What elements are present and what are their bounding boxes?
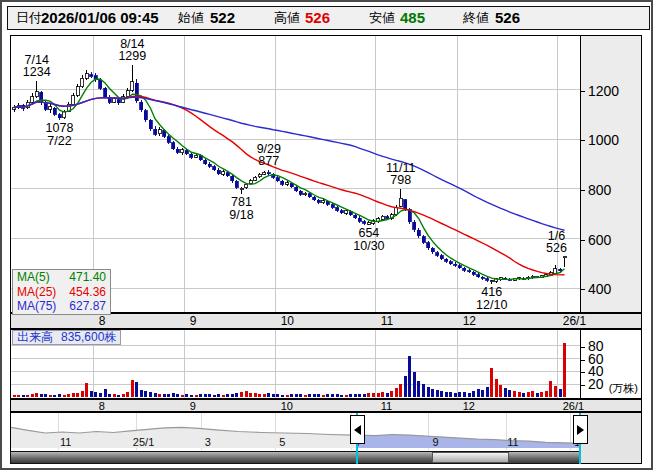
candle-body [113,99,116,102]
close-label: 終値 [463,7,489,29]
price-tick-mark [581,140,585,141]
annotation-9/29: 877 [258,154,279,168]
candle-body [195,155,198,157]
volume-bar [108,394,111,397]
nav-month-label: 9 [432,436,438,448]
candle-body [104,88,107,96]
candle-body [468,271,471,272]
volume-bar [390,391,393,397]
range-navigator[interactable]: 1125/13579111 [10,412,581,451]
volume-bar [249,393,252,397]
volume-bar [217,394,220,397]
candle-body [240,188,243,189]
high-value: 526 [305,7,330,29]
volume-bar [281,395,284,397]
volume-bar [331,394,334,397]
volume-bar [208,394,211,397]
volume-label-chip: 出来高 835,600株 [12,330,121,345]
candle-body [81,78,84,86]
candle-body [158,130,161,134]
candle-body [559,269,562,271]
candle-body [35,92,38,97]
ma75-value: 627.87 [69,299,106,314]
candle-body [290,183,293,186]
range-right-handle[interactable] [573,415,588,444]
candle-body [154,129,157,134]
annotation-7/22: 7/22 [47,134,71,148]
volume-bar [545,391,548,397]
candle-body [254,177,257,180]
volume-bar [94,392,97,397]
volume-bar [167,394,170,397]
range-left-handle[interactable] [350,415,365,444]
ma5-line [14,79,565,279]
volume-bar [536,393,539,397]
candle-body [181,150,184,153]
candle-body [58,115,61,118]
candle-body [386,217,389,218]
volume-bar [99,393,102,397]
volume-bar [454,393,457,397]
volume-bar [372,393,375,397]
candle-body [354,215,357,217]
volume-bar [386,393,389,397]
candle-body [431,248,434,252]
candle-body [490,281,493,282]
volume-bar [486,387,489,397]
month-label: 10 [281,400,293,412]
candle-body [235,181,238,187]
volume-bar [295,394,298,397]
volume-bar [336,394,339,397]
open-value: 522 [210,7,235,29]
volume-bar [195,395,198,397]
price-tick-mark [581,289,585,290]
volume-bar [322,395,325,397]
left-arrow-icon [354,425,361,435]
annotation-10/30: 654 [358,226,379,240]
month-label: 26/1 [563,314,586,328]
candle-body [90,75,93,76]
candle-body [226,173,229,176]
candle-body [208,164,211,166]
candle-body [190,154,193,157]
candle-body [367,223,370,224]
price-tick-mark [581,240,585,241]
volume-bar [44,394,47,397]
candle-body [258,174,261,177]
volume-bar [458,392,461,397]
volume-bar [472,391,475,397]
volume-bar [131,380,134,397]
volume-value: 835,600株 [61,331,116,344]
annotation-9/18: 9/18 [229,208,253,222]
candle-body [458,266,461,268]
volume-bar [499,385,502,397]
volume-bar [527,392,530,397]
volume-bar [154,393,157,397]
volume-bar [404,376,407,397]
right-arrow-icon [577,425,584,435]
volume-bar [222,395,225,397]
candle-body [413,222,416,229]
price-tick-mark [581,91,585,92]
ma75-line [14,97,565,230]
scrollbar-thumb[interactable] [432,452,509,463]
candle-body [486,279,489,281]
volume-bar [53,395,56,397]
volume-bar [204,394,207,397]
candle-body [304,193,307,195]
month-label: 10 [281,314,294,328]
volume-bar [381,392,384,397]
vol-tick-mark [581,372,585,373]
candle-body [422,237,425,242]
candle-body [185,150,188,153]
candle-body [213,167,216,170]
horizontal-scrollbar[interactable] [10,451,581,464]
candle-body [308,194,311,197]
volume-bar [408,356,411,397]
candle-body [263,172,266,174]
candle-body [563,257,566,258]
volume-bar [413,372,416,397]
candle-body [140,102,143,110]
low-label: 安値 [369,7,395,29]
candle-body [449,262,452,264]
